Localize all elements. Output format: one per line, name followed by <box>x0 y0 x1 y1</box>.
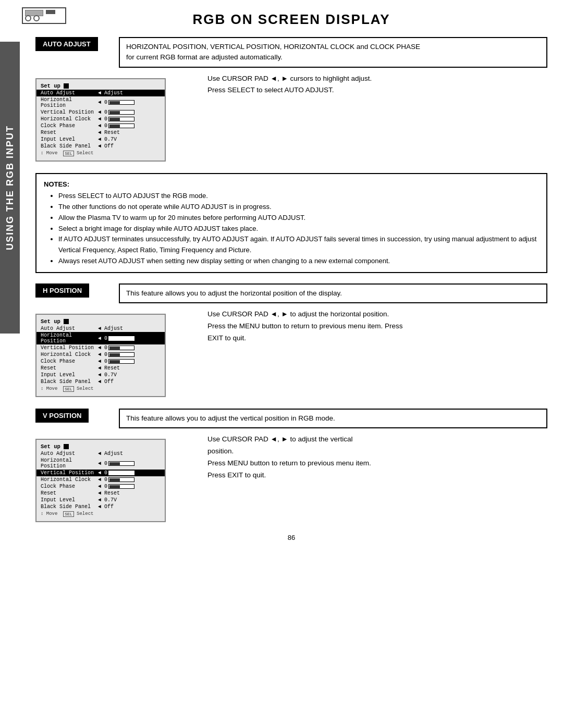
h-position-instructions: Use CURSOR PAD ◄, ► to adjust the horizo… <box>192 309 547 344</box>
note-item: The other functions do not operate while… <box>58 202 539 213</box>
menu-screen-auto: Set up Auto Adjust ◄ Adjust Horizontal P… <box>35 78 166 162</box>
note-item: Always reset AUTO ADJUST when setting ne… <box>58 256 539 267</box>
auto-adjust-label-col: AUTO ADJUST <box>35 37 119 68</box>
v-position-instructions: Use CURSOR PAD ◄, ► to adjust the vertic… <box>192 434 547 482</box>
note-item: Press SELECT to AUTO ADJUST the RGB mode… <box>58 191 539 202</box>
h-position-section: H POSITION This feature allows you to ad… <box>35 283 547 397</box>
page-number: 86 <box>35 534 547 541</box>
note-item: Allow the Plasma TV to warm up for 20 mi… <box>58 213 539 224</box>
h-position-label-col: H POSITION <box>35 283 119 303</box>
logo <box>22 7 69 26</box>
v-position-header: V POSITION <box>35 409 89 423</box>
auto-adjust-header: AUTO ADJUST <box>35 37 98 51</box>
notes-box: NOTES: Press SELECT to AUTO ADJUST the R… <box>35 173 547 273</box>
v-position-description: This feature allows you to adjust the ve… <box>119 409 547 428</box>
h-position-header: H POSITION <box>35 283 89 298</box>
h-position-screen: Set up Auto Adjust ◄ Adjust Horizontal P… <box>35 309 192 397</box>
sidebar-label: USING THE RGB INPUT <box>0 42 20 334</box>
note-item: If AUTO ADJUST terminates unsuccessfully… <box>58 234 539 256</box>
auto-adjust-section: AUTO ADJUST HORIZONTAL POSITION, VERTICA… <box>35 37 547 162</box>
page-title: RGB ON SCREEN DISPLAY <box>35 11 547 28</box>
v-position-screen: Set up Auto Adjust ◄ Adjust Horizontal P… <box>35 434 192 522</box>
auto-adjust-screen: Set up Auto Adjust ◄ Adjust Horizontal P… <box>35 73 192 162</box>
auto-adjust-description: HORIZONTAL POSITION, VERTICAL POSITION, … <box>119 37 547 68</box>
v-position-section: V POSITION This feature allows you to ad… <box>35 409 547 522</box>
h-position-description: This feature allows you to adjust the ho… <box>119 283 547 303</box>
note-item: Select a bright image for display while … <box>58 224 539 235</box>
v-position-label-col: V POSITION <box>35 409 119 428</box>
menu-screen-v: Set up Auto Adjust ◄ Adjust Horizontal P… <box>35 439 166 522</box>
menu-screen-h: Set up Auto Adjust ◄ Adjust Horizontal P… <box>35 314 166 397</box>
auto-adjust-instructions: Use CURSOR PAD ◄, ► cursors to highlight… <box>192 73 547 97</box>
